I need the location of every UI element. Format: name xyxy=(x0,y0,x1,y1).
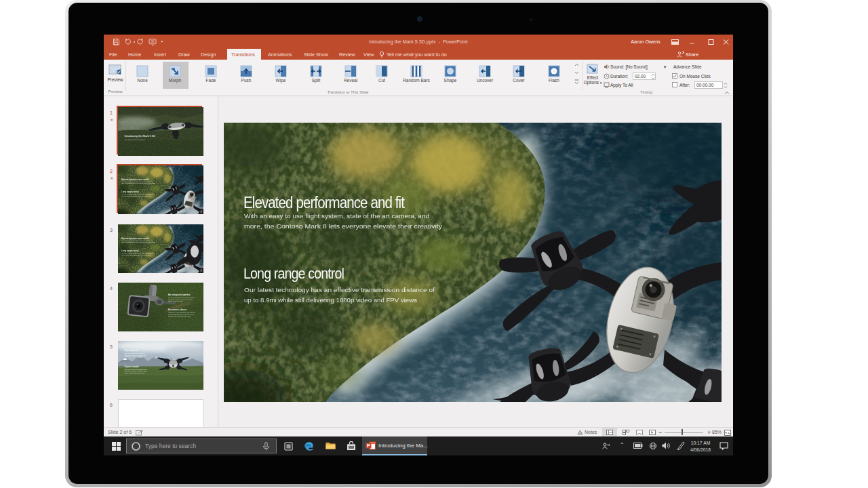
svg-text:P: P xyxy=(367,443,370,449)
